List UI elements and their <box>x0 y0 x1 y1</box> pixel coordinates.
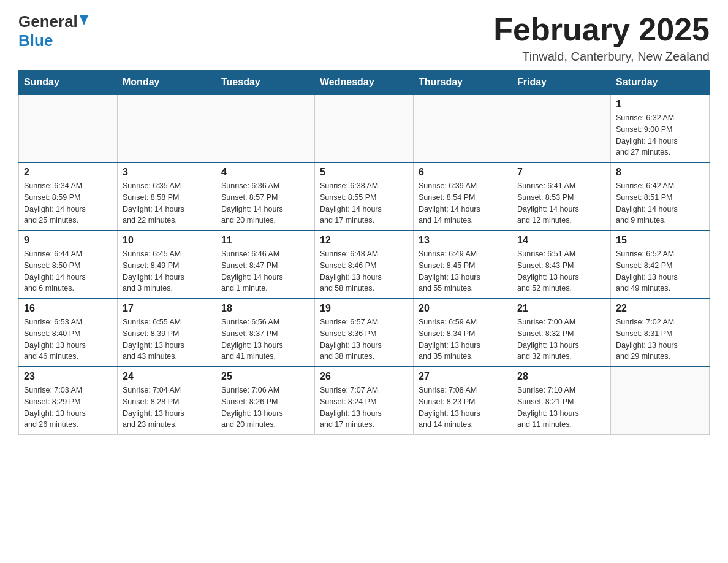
day-info: Sunrise: 6:56 AM Sunset: 8:37 PM Dayligh… <box>221 316 309 362</box>
logo-triangle-icon <box>80 15 88 28</box>
day-number: 14 <box>517 235 605 246</box>
day-number: 24 <box>123 371 211 382</box>
logo: General Blue <box>18 12 88 50</box>
day-number: 23 <box>24 371 112 382</box>
day-number: 9 <box>24 235 112 246</box>
calendar-day-cell: 10Sunrise: 6:45 AM Sunset: 8:49 PM Dayli… <box>118 231 216 299</box>
day-number: 16 <box>24 303 112 314</box>
calendar-day-cell <box>216 94 315 163</box>
day-info: Sunrise: 7:02 AM Sunset: 8:31 PM Dayligh… <box>616 316 704 362</box>
day-number: 20 <box>419 303 507 314</box>
calendar-day-cell: 14Sunrise: 6:51 AM Sunset: 8:43 PM Dayli… <box>512 231 611 299</box>
day-number: 7 <box>517 167 605 178</box>
day-info: Sunrise: 6:34 AM Sunset: 8:59 PM Dayligh… <box>24 180 112 226</box>
day-number: 4 <box>221 167 309 178</box>
svg-marker-0 <box>80 15 88 25</box>
day-info: Sunrise: 6:59 AM Sunset: 8:34 PM Dayligh… <box>419 316 507 362</box>
calendar-day-cell <box>611 367 710 435</box>
day-info: Sunrise: 6:42 AM Sunset: 8:51 PM Dayligh… <box>616 180 704 226</box>
day-number: 12 <box>320 235 408 246</box>
calendar-day-cell: 8Sunrise: 6:42 AM Sunset: 8:51 PM Daylig… <box>611 163 710 231</box>
day-info: Sunrise: 6:45 AM Sunset: 8:49 PM Dayligh… <box>123 248 211 294</box>
day-info: Sunrise: 6:39 AM Sunset: 8:54 PM Dayligh… <box>419 180 507 226</box>
day-info: Sunrise: 7:06 AM Sunset: 8:26 PM Dayligh… <box>221 385 309 431</box>
day-info: Sunrise: 6:35 AM Sunset: 8:58 PM Dayligh… <box>123 180 211 226</box>
calendar-day-cell: 2Sunrise: 6:34 AM Sunset: 8:59 PM Daylig… <box>19 163 118 231</box>
calendar-week-row: 9Sunrise: 6:44 AM Sunset: 8:50 PM Daylig… <box>19 231 710 299</box>
col-tuesday: Tuesday <box>216 71 315 95</box>
col-wednesday: Wednesday <box>315 71 414 95</box>
col-monday: Monday <box>118 71 216 95</box>
day-number: 10 <box>123 235 211 246</box>
calendar-day-cell: 12Sunrise: 6:48 AM Sunset: 8:46 PM Dayli… <box>315 231 414 299</box>
calendar-day-cell: 25Sunrise: 7:06 AM Sunset: 8:26 PM Dayli… <box>216 367 315 435</box>
day-number: 17 <box>123 303 211 314</box>
col-friday: Friday <box>512 71 611 95</box>
day-info: Sunrise: 7:08 AM Sunset: 8:23 PM Dayligh… <box>419 385 507 431</box>
day-number: 2 <box>24 167 112 178</box>
calendar-day-cell <box>19 94 118 163</box>
day-number: 11 <box>221 235 309 246</box>
month-title: February 2025 <box>493 12 710 47</box>
logo-blue-text: Blue <box>18 31 53 50</box>
day-number: 3 <box>123 167 211 178</box>
calendar-day-cell: 6Sunrise: 6:39 AM Sunset: 8:54 PM Daylig… <box>414 163 512 231</box>
day-info: Sunrise: 6:32 AM Sunset: 9:00 PM Dayligh… <box>616 112 704 158</box>
day-info: Sunrise: 7:07 AM Sunset: 8:24 PM Dayligh… <box>320 385 408 431</box>
day-number: 26 <box>320 371 408 382</box>
calendar-day-cell: 11Sunrise: 6:46 AM Sunset: 8:47 PM Dayli… <box>216 231 315 299</box>
day-info: Sunrise: 6:38 AM Sunset: 8:55 PM Dayligh… <box>320 180 408 226</box>
day-number: 21 <box>517 303 605 314</box>
calendar-day-cell: 7Sunrise: 6:41 AM Sunset: 8:53 PM Daylig… <box>512 163 611 231</box>
logo-general-text: General <box>18 12 78 31</box>
day-number: 1 <box>616 99 704 110</box>
calendar-header-row: Sunday Monday Tuesday Wednesday Thursday… <box>19 71 710 95</box>
day-info: Sunrise: 7:04 AM Sunset: 8:28 PM Dayligh… <box>123 385 211 431</box>
calendar-day-cell <box>118 94 216 163</box>
calendar-day-cell: 17Sunrise: 6:55 AM Sunset: 8:39 PM Dayli… <box>118 299 216 367</box>
calendar-day-cell: 23Sunrise: 7:03 AM Sunset: 8:29 PM Dayli… <box>19 367 118 435</box>
day-number: 8 <box>616 167 704 178</box>
calendar-week-row: 2Sunrise: 6:34 AM Sunset: 8:59 PM Daylig… <box>19 163 710 231</box>
calendar-day-cell <box>512 94 611 163</box>
calendar-day-cell: 3Sunrise: 6:35 AM Sunset: 8:58 PM Daylig… <box>118 163 216 231</box>
day-info: Sunrise: 6:41 AM Sunset: 8:53 PM Dayligh… <box>517 180 605 226</box>
day-info: Sunrise: 7:00 AM Sunset: 8:32 PM Dayligh… <box>517 316 605 362</box>
day-number: 28 <box>517 371 605 382</box>
day-number: 22 <box>616 303 704 314</box>
col-thursday: Thursday <box>414 71 512 95</box>
calendar-day-cell <box>315 94 414 163</box>
day-info: Sunrise: 6:53 AM Sunset: 8:40 PM Dayligh… <box>24 316 112 362</box>
day-number: 25 <box>221 371 309 382</box>
calendar-day-cell: 15Sunrise: 6:52 AM Sunset: 8:42 PM Dayli… <box>611 231 710 299</box>
location-subtitle: Tinwald, Canterbury, New Zealand <box>493 50 710 64</box>
calendar-day-cell <box>414 94 512 163</box>
calendar-day-cell: 13Sunrise: 6:49 AM Sunset: 8:45 PM Dayli… <box>414 231 512 299</box>
day-info: Sunrise: 7:03 AM Sunset: 8:29 PM Dayligh… <box>24 385 112 431</box>
calendar-day-cell: 1Sunrise: 6:32 AM Sunset: 9:00 PM Daylig… <box>611 94 710 163</box>
day-info: Sunrise: 6:57 AM Sunset: 8:36 PM Dayligh… <box>320 316 408 362</box>
calendar-day-cell: 16Sunrise: 6:53 AM Sunset: 8:40 PM Dayli… <box>19 299 118 367</box>
calendar-week-row: 16Sunrise: 6:53 AM Sunset: 8:40 PM Dayli… <box>19 299 710 367</box>
calendar-day-cell: 19Sunrise: 6:57 AM Sunset: 8:36 PM Dayli… <box>315 299 414 367</box>
title-block: February 2025 Tinwald, Canterbury, New Z… <box>493 12 710 64</box>
day-number: 18 <box>221 303 309 314</box>
day-info: Sunrise: 7:10 AM Sunset: 8:21 PM Dayligh… <box>517 385 605 431</box>
day-info: Sunrise: 6:51 AM Sunset: 8:43 PM Dayligh… <box>517 248 605 294</box>
day-number: 5 <box>320 167 408 178</box>
calendar-week-row: 1Sunrise: 6:32 AM Sunset: 9:00 PM Daylig… <box>19 94 710 163</box>
calendar-day-cell: 18Sunrise: 6:56 AM Sunset: 8:37 PM Dayli… <box>216 299 315 367</box>
calendar-day-cell: 20Sunrise: 6:59 AM Sunset: 8:34 PM Dayli… <box>414 299 512 367</box>
calendar-week-row: 23Sunrise: 7:03 AM Sunset: 8:29 PM Dayli… <box>19 367 710 435</box>
day-number: 6 <box>419 167 507 178</box>
calendar-day-cell: 9Sunrise: 6:44 AM Sunset: 8:50 PM Daylig… <box>19 231 118 299</box>
col-sunday: Sunday <box>19 71 118 95</box>
day-info: Sunrise: 6:55 AM Sunset: 8:39 PM Dayligh… <box>123 316 211 362</box>
calendar-day-cell: 27Sunrise: 7:08 AM Sunset: 8:23 PM Dayli… <box>414 367 512 435</box>
calendar-day-cell: 4Sunrise: 6:36 AM Sunset: 8:57 PM Daylig… <box>216 163 315 231</box>
day-info: Sunrise: 6:46 AM Sunset: 8:47 PM Dayligh… <box>221 248 309 294</box>
day-info: Sunrise: 6:36 AM Sunset: 8:57 PM Dayligh… <box>221 180 309 226</box>
day-number: 15 <box>616 235 704 246</box>
calendar-day-cell: 5Sunrise: 6:38 AM Sunset: 8:55 PM Daylig… <box>315 163 414 231</box>
day-number: 13 <box>419 235 507 246</box>
